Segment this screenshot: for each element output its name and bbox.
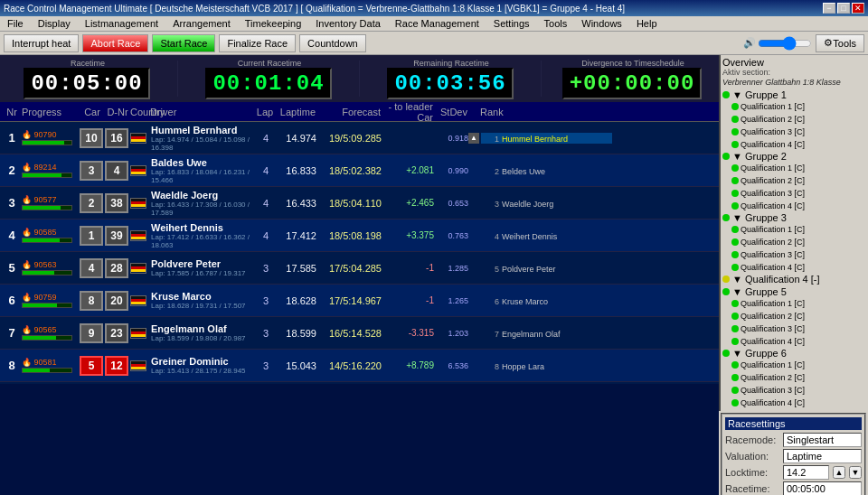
menu-settings[interactable]: Settings — [490, 17, 533, 30]
menu-windows[interactable]: Windows — [578, 17, 626, 30]
minimize-button[interactable]: − — [823, 3, 835, 14]
row-lap: 4 — [255, 133, 277, 144]
menu-arrangement[interactable]: Arrangement — [169, 17, 234, 30]
row-forecast: 18/5:02.382 — [316, 165, 382, 176]
fire-icon: 🔥 90585 — [22, 228, 80, 237]
menu-listmanagement[interactable]: Listmanagement — [81, 17, 162, 30]
dnr-badge: 38 — [105, 193, 128, 213]
row-stddev: 0.653 — [434, 199, 468, 208]
country-flag — [130, 198, 148, 209]
dnr-badge: 28 — [105, 258, 128, 278]
tools-icon: ⚙ — [824, 37, 833, 49]
gruppe6-header[interactable]: ▼ Gruppe 6 — [722, 348, 866, 359]
row-forecast: 18/5:04.110 — [316, 198, 382, 209]
table-row: 6🔥 90759820Kruse MarcoLap: 18.628 / 19.7… — [0, 285, 719, 317]
gruppe2-header[interactable]: ▼ Gruppe 2 — [722, 151, 866, 162]
row-forecast: 17/5:04.285 — [316, 263, 382, 274]
gruppe6-items: Qualification 1 [C] Qualification 2 [C] … — [722, 359, 866, 409]
row-stddev: 0.763 — [434, 231, 468, 240]
progress-bar-fill — [23, 369, 50, 372]
car-badge: 8 — [80, 291, 103, 311]
row-laptime: 17.412 — [277, 230, 316, 241]
country-flag — [130, 263, 148, 274]
table-row: 9🔥 90553726Müller TorstenLap: 28.113 / 1… — [0, 382, 719, 384]
car-badge: 4 — [80, 258, 103, 278]
locktime-down-button[interactable]: ▼ — [849, 466, 862, 479]
rank-entry: 1Hummel Bernhard — [481, 133, 612, 144]
col-header-tolead: - to leader Car — [381, 101, 433, 123]
fire-icon: 🔥 90759 — [22, 293, 80, 302]
racetime-settings-label: Racetime: — [725, 483, 779, 494]
right-panels: Overview Aktiv section: Verbrenner Glatt… — [719, 55, 868, 495]
start-race-button[interactable]: Start Race — [152, 34, 215, 52]
interrupt-heat-button[interactable]: Interrupt heat — [4, 34, 79, 52]
volume-slider[interactable] — [758, 36, 812, 51]
menu-display[interactable]: Display — [34, 17, 74, 30]
menu-tools[interactable]: Tools — [541, 17, 571, 30]
rank-scroll-buttons: ▲ — [468, 133, 481, 144]
menu-file[interactable]: File — [4, 17, 27, 30]
q4-dot — [731, 141, 739, 148]
rank-scroll-up[interactable]: ▲ — [468, 133, 479, 144]
menu-inventory[interactable]: Inventory Data — [312, 17, 384, 30]
country-flag — [130, 295, 148, 306]
remaining-racetime-section: Remaining Racetime 00:03:56 — [367, 59, 533, 99]
gruppe3-header[interactable]: ▼ Gruppe 3 — [722, 212, 866, 223]
current-racetime-section: Current Racetime 00:01:04 — [185, 59, 352, 99]
driver-lap-info: Lap: 16.433 / 17.308 / 16.030 / 17.589 — [151, 201, 255, 217]
menu-help[interactable]: Help — [633, 17, 661, 30]
finalize-race-button[interactable]: Finalize Race — [219, 34, 296, 52]
tools-label: Tools — [833, 38, 856, 49]
row-stddev: 6.536 — [434, 361, 468, 370]
gruppe2-q3: Qualification 3 [C] — [730, 187, 866, 200]
rank-entry: 5Poldvere Peter — [481, 263, 612, 274]
rank-entry: 2Beldes Uwe — [481, 165, 612, 176]
row-lap: 4 — [255, 198, 277, 209]
race-panel: Racetime 00:05:00 Current Racetime 00:01… — [0, 55, 719, 495]
row-lap: 3 — [255, 328, 277, 339]
app-title: Race Control Management Ultimate [ Deuts… — [4, 4, 625, 14]
gruppe3-q4: Qualification 4 [C] — [730, 261, 866, 274]
racetime-row: Racetime: 00:05:00 — [725, 481, 862, 495]
col-header-laptime: Laptime — [276, 107, 316, 117]
row-progress: 🔥 90577 — [22, 195, 80, 210]
driver-lap-info: Lap: 18.628 / 19.731 / 17.507 — [151, 302, 255, 310]
abort-race-button[interactable]: Abort Race — [82, 34, 148, 52]
race-table-scroll[interactable]: 1🔥 907901016Hummel BernhardLap: 14.974 /… — [0, 122, 719, 384]
gruppe1-dot — [722, 91, 730, 98]
divergence-box: +00:00:00 — [562, 68, 703, 99]
gruppe1-header[interactable]: ▼ Gruppe 1 — [722, 89, 866, 100]
row-position: 1 — [2, 131, 22, 145]
menu-race-management[interactable]: Race Management — [392, 17, 483, 30]
progress-bar-fill — [23, 336, 56, 340]
racetime-box: 00:05:00 — [24, 68, 149, 99]
tools-button[interactable]: ⚙ Tools — [816, 34, 864, 52]
title-bar: Race Control Management Ultimate [ Deuts… — [0, 0, 868, 16]
driver-info: Weihert DennisLap: 17.412 / 16.633 / 16.… — [151, 222, 255, 249]
race-settings-title: Racesettings — [725, 417, 862, 430]
progress-bar-container — [22, 270, 72, 276]
row-tolead: -1 — [382, 263, 434, 273]
row-laptime: 16.433 — [277, 198, 316, 209]
table-row: 5🔥 90563428Poldvere PeterLap: 17.585 / 1… — [0, 252, 719, 285]
countdown-button[interactable]: Countdown — [299, 34, 366, 52]
q2-dot — [731, 116, 739, 123]
rank-entry: 4Weihert Dennis — [481, 230, 612, 241]
racetime-section: Racetime 00:05:00 — [4, 59, 170, 99]
gruppe4-header[interactable]: ▼ Qualification 4 [-] — [722, 274, 866, 285]
maximize-button[interactable]: □ — [837, 3, 850, 14]
racemode-row: Racemode: Singlestart — [725, 433, 862, 447]
progress-bar-container — [22, 140, 72, 145]
driver-lap-info: Lap: 16.833 / 18.084 / 16.231 / 15.466 — [151, 168, 255, 184]
country-flag — [130, 133, 148, 144]
progress-bar-container — [22, 238, 72, 243]
gruppe4-label: ▼ Qualification 4 [-] — [732, 274, 819, 285]
close-button[interactable]: ✕ — [852, 3, 864, 14]
main-content: Racetime 00:05:00 Current Racetime 00:01… — [0, 55, 868, 495]
fire-icon: 🔥 90790 — [22, 130, 80, 139]
menu-timekeeping[interactable]: Timekeeping — [241, 17, 306, 30]
col-header-car: Car — [80, 107, 105, 117]
divergence-section: Divergence to Timeschedule +00:00:00 — [549, 59, 715, 99]
gruppe5-header[interactable]: ▼ Gruppe 5 — [722, 286, 866, 297]
locktime-up-button[interactable]: ▲ — [833, 466, 845, 479]
